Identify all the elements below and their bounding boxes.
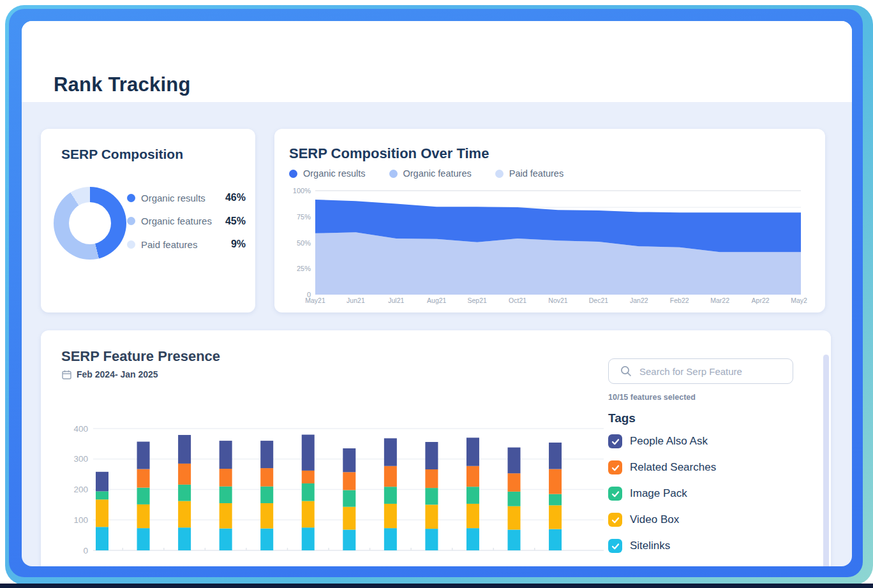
svg-text:100%: 100% (293, 187, 311, 195)
tag-checkbox-row[interactable]: Related Searches (608, 460, 793, 474)
checkbox-checked[interactable] (608, 460, 622, 474)
search-icon (620, 365, 632, 377)
legend-dot (495, 170, 504, 178)
bottom-edge-bar (0, 584, 873, 588)
svg-text:Aug21: Aug21 (427, 297, 447, 304)
check-icon (611, 515, 620, 525)
tag-label: Sitelinks (630, 540, 670, 552)
svg-text:Nov21: Nov21 (548, 297, 568, 304)
feature-presence-bar-chart: 0100200300400 (55, 423, 616, 559)
svg-text:Mar22: Mar22 (710, 297, 729, 304)
legend-dot (389, 170, 398, 178)
svg-text:0: 0 (83, 546, 88, 555)
svg-text:Oct21: Oct21 (509, 297, 526, 304)
check-icon (611, 463, 620, 473)
date-range-text: Feb 2024- Jan 2025 (77, 369, 158, 379)
checkbox-checked[interactable] (608, 539, 622, 553)
legend-label: Organic results (303, 168, 366, 179)
tag-checkbox-row[interactable]: Sitelinks (608, 539, 793, 553)
svg-text:May21: May21 (305, 297, 325, 304)
date-range-row[interactable]: Feb 2024- Jan 2025 (62, 369, 158, 379)
feature-presence-title: SERP Feature Presence (61, 348, 220, 365)
donut-hole (69, 202, 111, 244)
legend-label: Organic features (141, 216, 225, 226)
legend-value: 46% (225, 192, 246, 203)
legend-dot (127, 240, 135, 249)
feature-presence-card: SERP Feature Presence Feb 2024- Jan 2025… (41, 330, 831, 566)
serp-composition-title: SERP Composition (61, 147, 183, 162)
serp-over-time-title: SERP Composition Over Time (289, 145, 489, 162)
svg-text:50%: 50% (297, 239, 311, 247)
tag-label: Related Searches (630, 461, 716, 474)
checkbox-checked[interactable] (608, 513, 622, 527)
legend-item: Organic features45% (127, 214, 246, 229)
checkbox-checked[interactable] (608, 487, 622, 501)
legend-item: Organic results46% (127, 190, 246, 205)
serp-feature-search[interactable] (608, 358, 793, 384)
legend-label: Organic features (403, 168, 472, 179)
serp-over-time-legend: Organic resultsOrganic featuresPaid feat… (289, 168, 563, 179)
svg-text:Feb22: Feb22 (670, 297, 689, 304)
tag-label: Video Box (630, 513, 679, 526)
checkbox-checked[interactable] (608, 434, 622, 448)
tag-label: Image Pack (630, 487, 687, 500)
svg-text:100: 100 (73, 515, 88, 525)
serp-composition-card: SERP Composition Organic results46%Organ… (41, 129, 255, 312)
legend-label: Paid features (141, 239, 231, 250)
legend-label: Organic results (141, 193, 225, 203)
svg-text:75%: 75% (297, 213, 311, 221)
svg-text:May22: May22 (791, 297, 807, 304)
svg-text:400: 400 (73, 424, 88, 434)
page-header: Rank Tracking (22, 21, 852, 102)
legend-dot (127, 217, 135, 225)
legend-item[interactable]: Organic results (289, 168, 366, 179)
svg-text:25%: 25% (297, 265, 311, 272)
legend-label: Paid features (509, 168, 563, 179)
svg-text:200: 200 (73, 485, 88, 494)
svg-text:Sep21: Sep21 (467, 297, 487, 304)
serp-composition-donut-chart (54, 187, 126, 260)
legend-item: Paid features9% (127, 237, 246, 252)
tag-checkbox-row[interactable]: Video Box (608, 513, 793, 527)
tags-list: People Also AskRelated SearchesImage Pac… (608, 434, 793, 553)
check-icon (611, 437, 620, 446)
legend-item[interactable]: Organic features (389, 168, 472, 179)
svg-text:Jul21: Jul21 (388, 297, 404, 304)
tags-heading: Tags (608, 411, 793, 425)
feature-filter-panel: 10/15 features selected Tags People Also… (608, 358, 793, 565)
page-title: Rank Tracking (54, 73, 191, 96)
check-icon (611, 489, 620, 499)
svg-text:Jun21: Jun21 (347, 297, 365, 304)
legend-value: 9% (231, 239, 246, 250)
legend-item[interactable]: Paid features (495, 168, 563, 179)
tags-scrollbar[interactable] (823, 355, 829, 566)
serp-over-time-card: SERP Composition Over Time Organic resul… (274, 129, 825, 312)
tag-checkbox-row[interactable]: Image Pack (608, 487, 793, 501)
check-icon (611, 541, 620, 551)
tag-checkbox-row[interactable]: People Also Ask (608, 434, 793, 448)
legend-dot (127, 194, 135, 202)
legend-value: 45% (225, 216, 246, 227)
features-selected-count: 10/15 features selected (608, 393, 793, 402)
serp-over-time-area-chart: 100%75%50%25%0May21Jun21Jul21Aug21Sep21O… (287, 187, 807, 307)
dashboard-panel: Rank Tracking SERP Composition Organic r… (22, 21, 852, 566)
calendar-icon (62, 370, 71, 379)
svg-text:Apr22: Apr22 (752, 297, 770, 304)
search-input[interactable] (638, 359, 787, 383)
serp-composition-legend: Organic results46%Organic features45%Pai… (127, 190, 246, 260)
svg-text:Jan22: Jan22 (630, 297, 648, 304)
tag-label: People Also Ask (630, 435, 708, 448)
svg-text:Dec21: Dec21 (589, 297, 609, 304)
legend-dot (289, 170, 297, 178)
svg-text:300: 300 (73, 454, 88, 464)
